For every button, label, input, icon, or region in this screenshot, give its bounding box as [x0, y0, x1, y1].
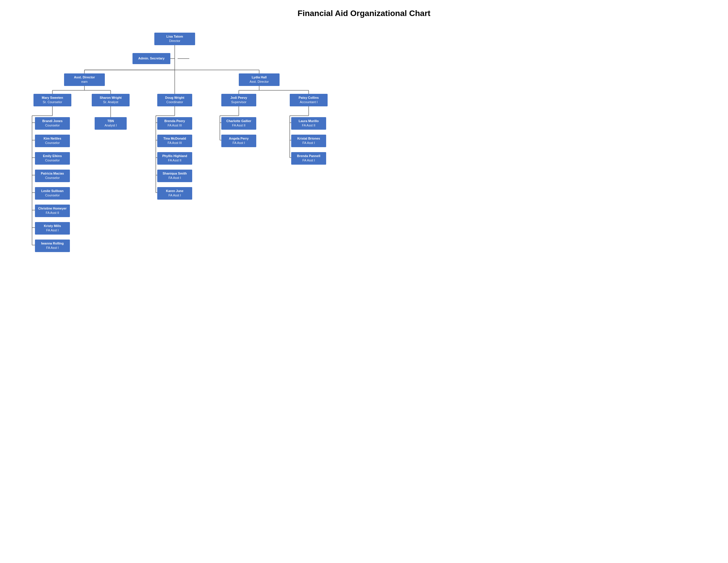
node-patricia_macias: Patricia MaciasCounselor	[35, 169, 70, 182]
node-title-brenda_peery: FA Asst III	[168, 123, 182, 128]
node-shaniqua_smith: Shaniqua SmithFA Asst I	[157, 169, 192, 182]
node-name-doug_wright: Doug Wright	[165, 96, 184, 100]
node-title-patsy_collins: Accountant I	[300, 100, 317, 104]
node-title-tina_mcdonald: FA Asst III	[168, 141, 182, 145]
node-kim_nettles: Kim NettlesCounselor	[35, 135, 70, 147]
node-mary_sweeten: Mary SweetenSr. Counselor	[33, 94, 71, 106]
node-title-emily_elkins: Counselor	[45, 158, 60, 163]
node-asst_director_left: Asst. Directoream	[64, 73, 105, 86]
node-admin_secretary: Admin. Secretary	[132, 53, 170, 64]
node-name-iwanna_rolling: Iwanna Rolling	[41, 241, 64, 246]
node-name-angela_perry: Angela Perry	[229, 136, 249, 141]
node-name-brandi_jones: Brandi Jones	[42, 119, 63, 123]
node-name-shaniqua_smith: Shaniqua Smith	[162, 171, 187, 176]
node-name-patsy_collins: Patsy Collins	[298, 96, 319, 100]
node-doug_wright: Doug WrightCoordinator	[157, 94, 192, 106]
node-name-asst_director_left: Asst. Director	[74, 75, 95, 80]
node-name-kristal_briones: Kristal Briones	[297, 136, 320, 141]
node-title-asst_director_left: eam	[81, 80, 87, 84]
node-patsy_collins: Patsy CollinsAccountant I	[290, 94, 328, 106]
node-name-kim_nettles: Kim Nettles	[44, 136, 61, 141]
node-title-angela_perry: FA Asst I	[233, 141, 245, 145]
node-tina_mcdonald: Tina McDonaldFA Asst III	[157, 135, 192, 147]
node-title-kristal_briones: FA Asst I	[303, 141, 315, 145]
node-title-iwanna_rolling: FA Asst I	[46, 246, 59, 250]
node-name-mary_sweeten: Mary Sweeten	[42, 96, 63, 100]
node-charlotte_gallier: Charlotte GallierFA Asst II	[221, 117, 256, 130]
node-director: Lisa TatomDirector	[154, 33, 195, 45]
node-kristy_mills: Kristy MillsFA Asst I	[35, 222, 70, 234]
node-title-patricia_macias: Counselor	[45, 176, 60, 180]
node-name-leslie_sullivan: Leslie Sullivan	[41, 189, 63, 193]
node-title-kristy_mills: FA Asst I	[46, 228, 59, 232]
node-christine_homeyer: Christine HomeyerFA Asst II	[35, 204, 70, 217]
node-brenda_pannell: Brenda PannellFA Asst I	[291, 152, 326, 165]
node-title-phyllis_highland: FA Asst II	[168, 158, 181, 163]
node-name-karen_june: Karen June	[166, 189, 183, 193]
node-name-director: Lisa Tatom	[166, 34, 183, 39]
node-title-laura_murillo: FA Asst II	[302, 123, 315, 128]
node-sharon_wright: Sharon WrightSr. Analyst	[92, 94, 130, 106]
node-name-christine_homeyer: Christine Homeyer	[38, 206, 67, 211]
node-jodi_peevy: Jodi PeevySupervisor	[221, 94, 256, 106]
node-title-doug_wright: Coordinator	[166, 100, 183, 104]
node-name-sharon_wright: Sharon Wright	[100, 96, 122, 100]
node-name-patricia_macias: Patricia Macias	[41, 171, 64, 176]
node-leslie_sullivan: Leslie SullivanCounselor	[35, 187, 70, 199]
node-title-shaniqua_smith: FA Asst I	[169, 176, 181, 180]
node-name-phyllis_highland: Phyllis Highland	[162, 154, 187, 158]
node-title-christine_homeyer: FA Asst II	[46, 211, 59, 215]
node-tbn: TBNAnalyst I	[95, 117, 127, 130]
node-title-leslie_sullivan: Counselor	[45, 193, 60, 197]
node-name-jodi_peevy: Jodi Peevy	[230, 96, 247, 100]
node-title-lydia_hall: Asst. Director	[250, 80, 269, 84]
node-name-lydia_hall: Lydia Hall	[252, 75, 267, 80]
node-brandi_jones: Brandi JonesCounselor	[35, 117, 70, 130]
node-name-brenda_peery: Brenda Peery	[165, 119, 185, 123]
node-title-tbn: Analyst I	[105, 123, 117, 128]
node-title-brandi_jones: Counselor	[45, 123, 60, 128]
node-brenda_peery: Brenda PeeryFA Asst III	[157, 117, 192, 130]
node-name-tbn: TBN	[107, 119, 114, 123]
node-title-sharon_wright: Sr. Analyst	[103, 100, 118, 104]
node-title-jodi_peevy: Supervisor	[231, 100, 247, 104]
node-karen_june: Karen JuneFA Asst I	[157, 187, 192, 199]
node-title-charlotte_gallier: FA Asst II	[232, 123, 245, 128]
node-title-brenda_pannell: FA Asst I	[303, 158, 315, 163]
node-lydia_hall: Lydia HallAsst. Director	[239, 73, 280, 86]
node-laura_murillo: Laura MurilloFA Asst II	[291, 117, 326, 130]
node-name-laura_murillo: Laura Murillo	[298, 119, 319, 123]
org-chart: Lisa TatomDirectorAdmin. SecretaryAsst. …	[6, 30, 722, 274]
node-name-brenda_pannell: Brenda Pannell	[297, 154, 320, 158]
node-title-karen_june: FA Asst I	[169, 193, 181, 197]
node-emily_elkins: Emily ElkinsCounselor	[35, 152, 70, 165]
node-kristal_briones: Kristal BrionesFA Asst I	[291, 135, 326, 147]
page-title: Financial Aid Organizational Chart	[6, 9, 722, 18]
node-angela_perry: Angela PerryFA Asst I	[221, 135, 256, 147]
node-name-charlotte_gallier: Charlotte Gallier	[226, 119, 251, 123]
node-phyllis_highland: Phyllis HighlandFA Asst II	[157, 152, 192, 165]
node-title-mary_sweeten: Sr. Counselor	[43, 100, 62, 104]
node-title-director: Director	[169, 39, 181, 43]
node-name-emily_elkins: Emily Elkins	[43, 154, 62, 158]
node-title-kim_nettles: Counselor	[45, 141, 60, 145]
node-name-admin_secretary: Admin. Secretary	[138, 56, 165, 61]
node-iwanna_rolling: Iwanna RollingFA Asst I	[35, 239, 70, 252]
node-name-tina_mcdonald: Tina McDonald	[163, 136, 186, 141]
node-name-kristy_mills: Kristy Mills	[44, 224, 61, 228]
